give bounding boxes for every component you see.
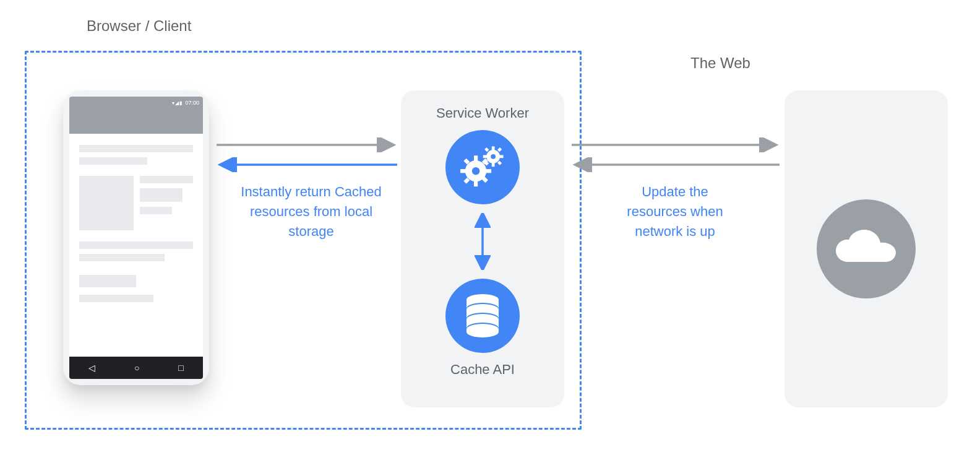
phone-nav-bar: ◁ ○ □	[69, 357, 203, 379]
svg-rect-2	[474, 155, 478, 161]
arrow-network-out-icon	[570, 137, 781, 152]
web-panel	[784, 90, 948, 407]
arrow-cached-response-icon	[215, 157, 398, 172]
caption-update-resources: Update the resources when network is up	[610, 182, 740, 241]
placeholder-line	[79, 295, 153, 302]
signal-icons: ▾◢▮	[172, 100, 183, 106]
the-web-title: The Web	[690, 54, 750, 72]
svg-point-11	[491, 154, 496, 159]
placeholder-line	[140, 188, 183, 202]
svg-rect-15	[499, 155, 504, 159]
nav-back-icon: ◁	[88, 363, 95, 373]
arrow-network-in-icon	[570, 157, 781, 172]
gears-icon	[445, 130, 520, 204]
svg-rect-3	[474, 181, 478, 186]
placeholder-image	[79, 176, 134, 230]
phone-app-bar	[69, 109, 203, 134]
nav-home-icon: ○	[134, 363, 139, 373]
placeholder-line	[79, 241, 193, 249]
service-worker-panel: Service Worker	[401, 90, 564, 407]
phone-status-bar: ▾◢▮ 07:00	[69, 97, 203, 109]
placeholder-line	[79, 145, 193, 152]
phone-device: ▾◢▮ 07:00 ◁ ○ □	[63, 90, 209, 385]
placeholder-line	[140, 176, 193, 183]
svg-rect-13	[492, 162, 495, 167]
placeholder-line	[79, 275, 136, 287]
arrow-request-icon	[215, 137, 398, 152]
svg-rect-16	[484, 147, 489, 152]
svg-rect-17	[497, 161, 502, 165]
nav-recent-icon: □	[178, 363, 183, 373]
svg-rect-14	[483, 155, 488, 159]
svg-point-1	[472, 167, 479, 175]
cache-api-label: Cache API	[450, 362, 515, 378]
cloud-icon	[817, 199, 916, 298]
phone-screen: ▾◢▮ 07:00 ◁ ○ □	[69, 97, 203, 379]
placeholder-line	[140, 207, 172, 214]
svg-rect-12	[492, 146, 495, 150]
bidirectional-arrow-icon	[475, 213, 491, 270]
placeholder-line	[79, 254, 165, 261]
svg-rect-5	[486, 169, 491, 173]
phone-content	[69, 134, 203, 313]
service-worker-label: Service Worker	[436, 105, 529, 121]
svg-rect-4	[460, 169, 466, 173]
svg-rect-19	[497, 147, 502, 152]
phone-clock: 07:00	[185, 100, 199, 106]
placeholder-line	[79, 157, 147, 165]
database-icon	[445, 279, 520, 353]
caption-cached-resources: Instantly return Cached resources from l…	[233, 182, 390, 241]
browser-client-title: Browser / Client	[87, 17, 191, 35]
